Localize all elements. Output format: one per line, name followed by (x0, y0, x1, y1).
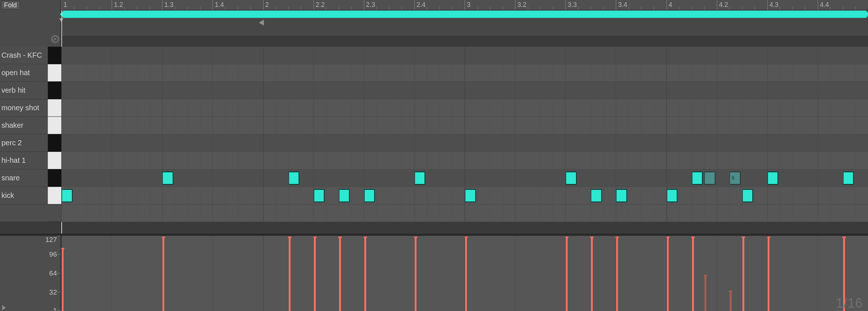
loop-region[interactable] (64, 11, 866, 18)
midi-note[interactable] (616, 189, 627, 202)
track-name[interactable]: hi-hat 1 (0, 152, 48, 169)
velocity-tick-label: 96 (49, 250, 57, 258)
velocity-bar[interactable] (465, 238, 467, 311)
midi-note[interactable] (591, 189, 602, 202)
expand-lane-icon[interactable] (2, 305, 6, 310)
velocity-bar[interactable] (62, 249, 64, 311)
track-name[interactable]: perc 2 (0, 134, 48, 152)
velocity-bar[interactable] (704, 276, 706, 311)
midi-note[interactable] (61, 189, 73, 202)
note-row[interactable]: shaker (0, 117, 868, 134)
piano-key[interactable] (48, 134, 61, 152)
velocity-bar[interactable] (314, 238, 316, 311)
velocity-bar[interactable] (616, 238, 618, 311)
ruler-label: 1.3 (164, 1, 173, 9)
piano-key[interactable] (48, 47, 61, 64)
midi-note[interactable] (742, 189, 753, 202)
midi-note[interactable] (704, 172, 715, 185)
track-name[interactable]: Crash - KFC (0, 47, 48, 64)
midi-note[interactable] (162, 172, 173, 185)
note-lane[interactable] (61, 152, 868, 169)
grid-resolution[interactable]: 1/16 (836, 296, 863, 311)
midi-note[interactable] (465, 189, 476, 202)
velocity-bar[interactable] (364, 238, 366, 311)
midi-clip-editor: Fold 11.21.31.422.22.32.433.23.33.444.24… (0, 0, 868, 311)
track-name[interactable]: shaker (0, 117, 48, 134)
note-grid[interactable]: Crash - KFCopen hatverb hitmoney shotsha… (0, 47, 868, 222)
ruler-label: 3.3 (568, 1, 577, 9)
track-name[interactable]: open hat (0, 64, 48, 82)
velocity-bar[interactable] (742, 238, 744, 311)
piano-key[interactable] (48, 117, 61, 134)
loop-toggle-icon[interactable] (51, 35, 59, 43)
note-lane[interactable] (61, 187, 868, 204)
midi-note[interactable] (364, 189, 375, 202)
note-lane[interactable] (61, 99, 868, 117)
piano-key[interactable] (48, 64, 61, 82)
velocity-bar[interactable] (339, 238, 341, 311)
ruler-label: 3 (467, 1, 471, 9)
note-row[interactable]: snares (0, 169, 868, 187)
ruler-label: 1.4 (215, 1, 224, 9)
velocity-bar[interactable] (162, 238, 164, 311)
note-lane[interactable] (61, 117, 868, 134)
midi-note[interactable] (565, 172, 577, 185)
velocity-bar[interactable] (415, 238, 416, 311)
note-lane[interactable] (61, 64, 868, 82)
piano-key[interactable] (48, 152, 61, 169)
note-row[interactable]: open hat (0, 64, 868, 82)
velocity-bar[interactable] (591, 238, 593, 311)
velocity-bar[interactable] (768, 238, 769, 311)
note-lane[interactable] (61, 134, 868, 152)
note-row[interactable]: hi-hat 1 (0, 152, 868, 169)
midi-note[interactable] (288, 172, 300, 185)
piano-key[interactable] (48, 82, 61, 99)
piano-key[interactable] (48, 169, 61, 187)
piano-key[interactable] (48, 187, 61, 204)
velocity-bar[interactable] (730, 292, 731, 311)
ruler-label: 3.4 (618, 1, 627, 9)
velocity-tick-label: 32 (49, 288, 57, 296)
ruler-label: 4.4 (820, 1, 829, 9)
velocity-grid[interactable] (61, 236, 868, 311)
track-name[interactable]: snare (0, 169, 48, 187)
velocity-bar[interactable] (692, 238, 694, 311)
midi-note[interactable] (767, 172, 779, 185)
velocity-bar[interactable] (289, 238, 291, 311)
midi-note[interactable] (843, 172, 854, 185)
ruler-label: 4.3 (769, 1, 779, 9)
piano-key[interactable] (48, 99, 61, 117)
note-lane[interactable] (61, 82, 868, 99)
velocity-bar[interactable] (667, 238, 669, 311)
note-row[interactable]: kick (0, 187, 868, 204)
note-row[interactable]: Crash - KFC (0, 47, 868, 64)
note-row[interactable]: verb hit (0, 82, 868, 99)
midi-note[interactable] (414, 172, 426, 185)
header-left: Fold (0, 0, 61, 47)
time-ruler[interactable]: 11.21.31.422.22.32.433.23.33.444.24.34.4 (61, 0, 868, 10)
track-name[interactable]: verb hit (0, 82, 48, 99)
empty-cell (0, 204, 48, 222)
midi-note[interactable] (314, 189, 325, 202)
loop-brace-row[interactable] (61, 10, 868, 18)
velocity-lane[interactable]: 1279664321 1/16 (0, 236, 868, 311)
track-name[interactable]: money shot (0, 99, 48, 117)
empty-cell (48, 204, 61, 222)
locator-row[interactable] (61, 18, 868, 37)
note-row[interactable]: money shot (0, 99, 868, 117)
clip-end-marker[interactable] (259, 20, 264, 26)
ruler-label: 4.2 (719, 1, 728, 9)
ruler-label: 2.4 (416, 1, 426, 9)
note-lane[interactable]: s (61, 169, 868, 187)
ruler-label: 1 (64, 1, 67, 9)
midi-note[interactable] (692, 172, 703, 185)
empty-lane (61, 204, 868, 222)
fold-button[interactable]: Fold (1, 1, 20, 9)
midi-note[interactable] (339, 189, 350, 202)
note-row[interactable]: perc 2 (0, 134, 868, 152)
track-name[interactable]: kick (0, 187, 48, 204)
midi-note[interactable] (667, 189, 678, 202)
midi-note[interactable]: s (729, 172, 741, 185)
note-lane[interactable] (61, 47, 868, 64)
velocity-bar[interactable] (566, 238, 568, 311)
